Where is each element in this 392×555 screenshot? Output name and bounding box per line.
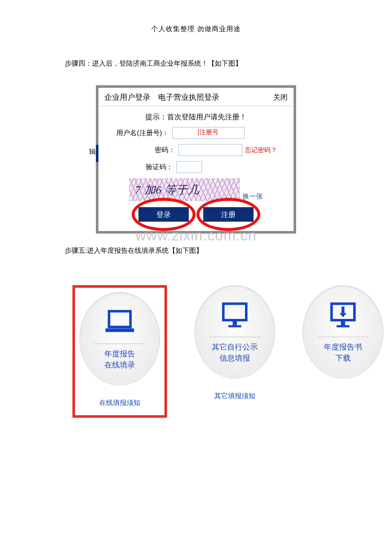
download-monitor-icon bbox=[325, 301, 361, 331]
card-title-line1: 其它自行公示 bbox=[212, 343, 258, 351]
password-input[interactable] bbox=[179, 144, 242, 156]
register-button[interactable]: 注册 bbox=[203, 207, 254, 222]
svg-rect-3 bbox=[233, 321, 237, 325]
captcha-refresh-link[interactable]: 换一张 bbox=[242, 192, 263, 201]
first-login-hint: 提示：首次登陆用户请先注册！ bbox=[98, 112, 294, 122]
tab-elicense-login[interactable]: 电子营业执照登录 bbox=[158, 92, 219, 102]
card-link-other[interactable]: 其它填报须知 bbox=[194, 392, 275, 401]
card-annual-report[interactable]: 年度报告 在线填录 bbox=[79, 292, 160, 386]
card-download-report[interactable]: 年度报告书 下载 bbox=[303, 285, 383, 379]
step-4-text: 步骤四：进入后，登陆济南工商企业年报系统！【如下图】 bbox=[65, 59, 392, 68]
option-cards-row: 年度报告 在线填录 在线填报须知 其它自行公示 信息填报 其它填报须知 bbox=[72, 285, 383, 418]
card-title-line2: 下载 bbox=[335, 354, 351, 362]
captcha-label: 验证码： bbox=[113, 163, 173, 172]
card-title-line2: 在线填录 bbox=[104, 361, 135, 369]
forgot-password-link[interactable]: 忘记密码？ bbox=[245, 146, 277, 154]
watermark-text: www.zixin.com.cn bbox=[135, 227, 257, 244]
username-input[interactable]: 注册号 bbox=[172, 127, 245, 139]
cropped-char: 辑 bbox=[89, 147, 96, 156]
username-placeholder: 注册号 bbox=[199, 128, 219, 136]
login-button[interactable]: 登录 bbox=[138, 207, 189, 222]
card-other-publicity[interactable]: 其它自行公示 信息填报 bbox=[194, 285, 275, 379]
svg-rect-6 bbox=[342, 306, 345, 313]
step-5-text: 步骤五:进入年度报告在线填录系统【如下图】 bbox=[65, 246, 392, 255]
svg-rect-0 bbox=[109, 311, 130, 327]
captcha-image: 7 加6 等于几 bbox=[129, 178, 240, 201]
username-label: 用户名(注册号)： bbox=[109, 129, 169, 138]
captcha-input[interactable] bbox=[176, 161, 202, 173]
svg-rect-4 bbox=[228, 325, 241, 327]
annotation-highlight-box: 年度报告 在线填录 在线填报须知 bbox=[72, 285, 167, 418]
svg-rect-9 bbox=[337, 325, 349, 327]
card-title-line1: 年度报告书 bbox=[324, 343, 362, 351]
card-title-line1: 年度报告 bbox=[104, 350, 135, 358]
card-title-line2: 信息填报 bbox=[219, 354, 250, 362]
password-label: 密码： bbox=[115, 146, 175, 155]
svg-rect-2 bbox=[223, 304, 246, 320]
svg-marker-7 bbox=[340, 313, 347, 317]
login-dialog: 辑 企业用户登录 电子营业执照登录 关闭 提示：首次登陆用户请先注册！ 用户名(… bbox=[96, 85, 296, 234]
monitor-icon bbox=[217, 301, 253, 331]
svg-rect-1 bbox=[105, 328, 134, 332]
svg-rect-8 bbox=[341, 321, 345, 325]
laptop-icon bbox=[102, 308, 138, 338]
card-link-annual[interactable]: 在线填报须知 bbox=[79, 399, 160, 408]
close-button[interactable]: 关闭 bbox=[273, 92, 288, 102]
tab-enterprise-login[interactable]: 企业用户登录 bbox=[104, 92, 150, 102]
document-header: 个人收集整理 勿做商业用途 bbox=[0, 0, 392, 34]
